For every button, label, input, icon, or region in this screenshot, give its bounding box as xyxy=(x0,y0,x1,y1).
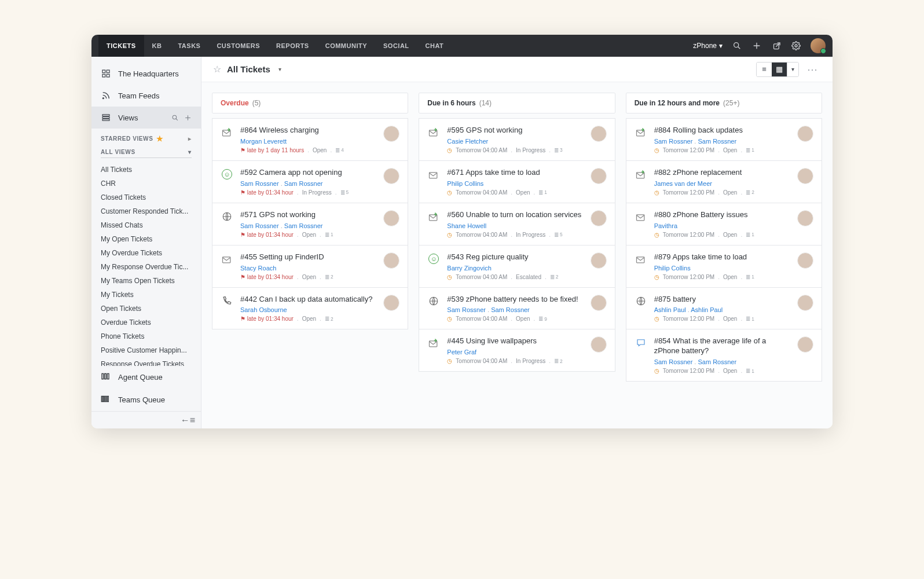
add-icon[interactable] xyxy=(751,41,762,51)
svg-rect-13 xyxy=(102,117,109,119)
ticket-card[interactable]: #880 zPhone Battery issuesPavithra◷Tomor… xyxy=(626,203,822,245)
status-label: Open xyxy=(516,189,530,196)
views-actions xyxy=(171,113,192,122)
card-content: #864 Wireless chargingMorgan Leverett⚑ l… xyxy=(240,126,376,153)
more-actions-button[interactable]: ⋯ xyxy=(805,63,821,76)
ticket-card[interactable]: #595 GPS not workingCasie Fletcher◷Tomor… xyxy=(419,118,615,161)
ticket-card[interactable]: #560 Unable to turn on location services… xyxy=(419,203,615,245)
assignee-avatar[interactable] xyxy=(591,126,607,142)
search-icon[interactable] xyxy=(732,41,742,51)
status-label: In Progress xyxy=(516,358,545,364)
page-title: All Tickets xyxy=(227,64,270,74)
view-link[interactable]: Positive Customer Happin... xyxy=(91,343,201,357)
nav-tab-chat[interactable]: CHAT xyxy=(417,35,452,57)
thread-count: ≣1 xyxy=(746,232,754,238)
view-link[interactable]: Closed Tickets xyxy=(91,190,201,204)
ticket-contacts: Casie Fletcher xyxy=(447,138,583,145)
ticket-title: #882 zPhone replacement xyxy=(654,168,790,178)
assignee-avatar[interactable] xyxy=(591,252,607,269)
ticket-title: #884 Rolling back updates xyxy=(654,126,790,135)
ticket-card[interactable]: #854 What is the average life of a zPhon… xyxy=(626,329,822,382)
sidebar-item-hq[interactable]: The Headquarters xyxy=(91,63,201,85)
view-link[interactable]: Customer Responded Tick... xyxy=(91,204,201,218)
sidebar-item-feeds[interactable]: Team Feeds xyxy=(91,85,201,107)
external-link-icon[interactable] xyxy=(771,41,782,51)
assignee-avatar[interactable] xyxy=(383,295,399,311)
views-search-icon[interactable] xyxy=(171,113,179,122)
collapse-sidebar[interactable]: ←≡ xyxy=(91,411,201,428)
view-sort-dropdown[interactable]: ▾ xyxy=(787,63,798,76)
view-link[interactable]: All Tickets xyxy=(91,163,201,177)
ticket-card[interactable]: #875 batteryAshlin PaulAshlin Paul◷Tomor… xyxy=(626,288,822,330)
column-header: Due in 6 hours (14) xyxy=(419,93,615,113)
status-label: Open xyxy=(313,147,327,153)
card-list: #595 GPS not workingCasie Fletcher◷Tomor… xyxy=(419,118,615,372)
ticket-card[interactable]: #671 Apps take time to loadPhilip Collin… xyxy=(419,161,615,203)
view-link[interactable]: Phone Tickets xyxy=(91,329,201,343)
assignee-avatar[interactable] xyxy=(797,168,813,184)
kanban-view-button[interactable]: ▦ xyxy=(772,63,787,76)
star-view-button[interactable]: ☆ xyxy=(213,64,221,75)
assignee-avatar[interactable] xyxy=(591,210,607,226)
assignee-avatar[interactable] xyxy=(797,126,813,142)
svg-point-11 xyxy=(102,98,104,99)
all-views-header[interactable]: ALL VIEWS ▾ xyxy=(101,149,192,158)
due-time: Tomorrow 04:00 AM xyxy=(456,358,507,364)
sidebar-item-views[interactable]: Views xyxy=(91,107,201,129)
nav-tab-social[interactable]: SOCIAL xyxy=(375,35,417,57)
starred-views-header[interactable]: STARRED VIEWS ★ ▸ xyxy=(91,129,201,145)
card-list: #864 Wireless chargingMorgan Leverett⚑ l… xyxy=(212,118,408,329)
nav-tab-tickets[interactable]: TICKETS xyxy=(98,35,144,57)
view-link[interactable]: My Tickets xyxy=(91,288,201,302)
assignee-avatar[interactable] xyxy=(383,252,399,269)
ticket-card[interactable]: #882 zPhone replacementJames van der Mee… xyxy=(626,161,822,203)
assignee-avatar[interactable] xyxy=(797,295,813,311)
nav-tab-community[interactable]: COMMUNITY xyxy=(317,35,375,57)
ticket-card[interactable]: #539 zPhone battery needs to be fixed!Sa… xyxy=(419,288,615,330)
ticket-card[interactable]: #864 Wireless chargingMorgan Leverett⚑ l… xyxy=(212,118,408,161)
assignee-avatar[interactable] xyxy=(383,210,399,226)
view-link[interactable]: Overdue Tickets xyxy=(91,316,201,329)
view-link[interactable]: CHR xyxy=(91,177,201,190)
nav-tab-customers[interactable]: CUSTOMERS xyxy=(208,35,268,57)
gear-icon[interactable] xyxy=(791,41,801,51)
sidebar-item-teams-queue[interactable]: Teams Queue xyxy=(91,389,201,411)
ticket-card[interactable]: #884 Rolling back updatesSam RossnerSam … xyxy=(626,118,822,161)
title-dropdown-icon[interactable]: ▾ xyxy=(278,66,281,72)
ticket-card[interactable]: ☺#543 Reg picture qualityBarry Zingovich… xyxy=(419,245,615,288)
views-add-icon[interactable] xyxy=(184,113,192,122)
assignee-avatar[interactable] xyxy=(797,252,813,269)
view-link[interactable]: Open Tickets xyxy=(91,302,201,316)
nav-tab-reports[interactable]: REPORTS xyxy=(268,35,317,57)
assignee-avatar[interactable] xyxy=(797,336,813,353)
view-link[interactable]: My Overdue Tickets xyxy=(91,246,201,260)
ticket-card[interactable]: #445 Using live wallpapersPeter Graf◷Tom… xyxy=(419,329,615,372)
view-link[interactable]: Missed Chats xyxy=(91,218,201,232)
workspace-switcher[interactable]: zPhone ▾ xyxy=(693,42,723,50)
assignee-avatar[interactable] xyxy=(383,126,399,142)
view-link[interactable]: My Response Overdue Tic... xyxy=(91,260,201,274)
ticket-card[interactable]: #455 Setting up FinderIDStacy Roach⚑ lat… xyxy=(212,245,408,288)
due-indicator: ◷ xyxy=(654,316,659,322)
view-link[interactable]: My Open Tickets xyxy=(91,232,201,246)
ticket-card[interactable]: #879 Apps take time to loadPhilip Collin… xyxy=(626,245,822,288)
assignee-avatar[interactable] xyxy=(591,168,607,184)
nav-tab-tasks[interactable]: TASKS xyxy=(170,35,208,57)
nav-tab-kb[interactable]: KB xyxy=(144,35,170,57)
view-link[interactable]: Response Overdue Tickets xyxy=(91,357,201,366)
list-view-button[interactable]: ≡ xyxy=(757,63,772,76)
ticket-card[interactable]: #442 Can I back up data automatically?Sa… xyxy=(212,288,408,330)
status-label: Open xyxy=(723,316,737,322)
ticket-card[interactable]: ☺#592 Camera app not openingSam RossnerS… xyxy=(212,161,408,203)
ticket-card[interactable]: #571 GPS not workingSam RossnerSam Rossn… xyxy=(212,203,408,245)
assignee-avatar[interactable] xyxy=(383,168,399,184)
status-label: Open xyxy=(723,147,737,153)
assignee-avatar[interactable] xyxy=(591,295,607,311)
ticket-contacts: Sam RossnerSam Rossner xyxy=(654,358,790,365)
view-link[interactable]: My Teams Open Tickets xyxy=(91,274,201,288)
ticket-title: #455 Setting up FinderID xyxy=(240,252,376,262)
assignee-avatar[interactable] xyxy=(797,210,813,226)
assignee-avatar[interactable] xyxy=(591,336,607,353)
profile-avatar[interactable] xyxy=(811,38,826,53)
sidebar-item-agent-queue[interactable]: Agent Queue xyxy=(91,366,201,389)
